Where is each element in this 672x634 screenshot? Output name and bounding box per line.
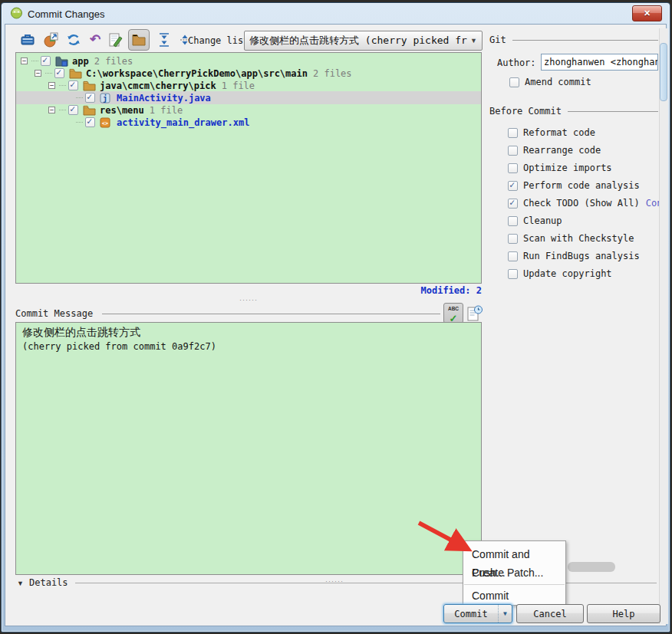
tree-label: res\menu <box>100 105 144 116</box>
commit-message-line2: (cherry picked from commit 0a9f2c7) <box>22 341 475 352</box>
tree-guide <box>31 61 38 61</box>
show-diff-icon[interactable] <box>20 32 35 48</box>
check-todo-checkbox[interactable]: ✓ <box>508 199 518 209</box>
optimize-imports-option[interactable]: ✓ Optimize imports <box>508 163 660 173</box>
tree-label: C:\workspace\CherryPickDemo\app\src\main <box>86 68 308 79</box>
tree-file-count: 2 files <box>313 68 352 79</box>
tree-file-count: 1 file <box>222 80 255 91</box>
checkbox-drawer-xml[interactable]: ✓ <box>85 117 95 127</box>
cancel-button[interactable]: Cancel <box>516 604 584 623</box>
checkbox-res-menu[interactable]: ✓ <box>68 105 78 115</box>
divider <box>512 40 658 41</box>
perform-code-analysis-option[interactable]: ✓ Perform code analysis <box>508 180 660 191</box>
findbugs-checkbox[interactable]: ✓ <box>508 251 518 261</box>
tree-row-res-menu[interactable]: − ✓ res\menu 1 file <box>16 103 481 117</box>
refresh-changes-icon[interactable] <box>66 32 81 48</box>
tree-row-main[interactable]: − ✓ C:\workspace\CherryPickDemo\app\src\… <box>16 67 481 80</box>
update-copyright-option[interactable]: ✓ Update copyright <box>508 268 660 279</box>
expander-icon[interactable]: − <box>48 82 55 89</box>
edit-source-icon[interactable] <box>107 32 123 48</box>
configure-todo-link[interactable]: Configur <box>646 198 660 209</box>
checkbox-app[interactable]: ✓ <box>41 56 51 66</box>
rearrange-code-option[interactable]: ✓ Rearrange code <box>508 145 660 156</box>
xml-file-icon: <> <box>100 117 113 128</box>
divider <box>102 314 440 314</box>
rearrange-code-checkbox[interactable]: ✓ <box>508 146 518 156</box>
android-studio-icon <box>10 6 23 19</box>
perform-code-analysis-checkbox[interactable]: ✓ <box>508 181 518 191</box>
message-history-icon[interactable] <box>466 304 483 323</box>
help-button[interactable]: Help <box>587 604 660 623</box>
window-title: Commit Changes <box>28 8 104 20</box>
splitter-handle[interactable]: ······ <box>325 577 344 585</box>
commit-dropdown-icon[interactable]: ▼ <box>498 605 512 623</box>
tree-guide <box>76 97 83 98</box>
tree-label: activity_main_drawer.xml <box>117 117 249 128</box>
tree-row-java-pkg[interactable]: − ✓ java\cmcm\cherry\pick 1 file <box>16 79 481 92</box>
author-label: Author: <box>497 57 536 68</box>
close-icon[interactable]: ✕ <box>632 5 662 21</box>
commit-message-section-header: Commit Message <box>15 308 93 319</box>
annotation-arrow <box>405 512 482 563</box>
commit-message-line1: 修改侧栏的点击跳转方式 <box>22 326 475 340</box>
checkstyle-checkbox[interactable]: ✓ <box>508 234 518 244</box>
check-todo-option[interactable]: ✓ Check TODO (Show All) Configur <box>508 198 660 209</box>
expand-all-icon[interactable] <box>156 32 172 48</box>
tree-guide <box>59 110 66 110</box>
tree-label: MainActivity.java <box>117 93 211 103</box>
module-folder-icon <box>55 56 68 67</box>
checkbox-main[interactable]: ✓ <box>54 68 64 78</box>
revert-icon[interactable]: ↶ <box>87 32 103 48</box>
folder-icon <box>69 68 82 79</box>
menu-item-commit[interactable]: Commit <box>463 586 565 605</box>
optimize-imports-checkbox[interactable]: ✓ <box>508 163 518 173</box>
author-field[interactable]: zhonghanwen <zhonghanwen@ <box>541 54 658 71</box>
splitter-handle[interactable]: ······ <box>239 296 258 304</box>
menu-item-create-patch[interactable]: Create Patch... <box>463 563 565 582</box>
tree-label: java\cmcm\cherry\pick <box>100 80 216 91</box>
change-list-value: 修改侧栏的点击跳转方式 (cherry picked from ... <box>249 34 467 48</box>
svg-text:j: j <box>103 94 107 103</box>
git-section-header: Git <box>489 34 658 45</box>
expander-icon[interactable]: − <box>48 107 55 113</box>
checkbox-java-pkg[interactable]: ✓ <box>68 80 78 90</box>
tree-file-count: 1 file <box>150 105 183 116</box>
cleanup-option[interactable]: ✓ Cleanup <box>508 215 660 226</box>
horizontal-scrollbar-thumb[interactable] <box>568 562 615 572</box>
tree-row-mainactivity[interactable]: ✓ j MainActivity.java <box>16 91 481 104</box>
tree-guide <box>76 122 83 123</box>
modified-count-status: Modified: 2 <box>361 285 482 296</box>
checkstyle-option[interactable]: ✓ Scan with Checkstyle <box>508 233 660 244</box>
scrollbar-track[interactable] <box>659 28 668 624</box>
changed-files-tree: − ✓ app 2 files − ✓ C <box>15 52 482 284</box>
details-section-header[interactable]: Details <box>29 577 68 588</box>
menu-separator <box>464 584 565 585</box>
reformat-code-checkbox[interactable]: ✓ <box>508 128 518 138</box>
cleanup-checkbox[interactable]: ✓ <box>508 216 518 226</box>
folder-icon <box>83 80 96 91</box>
move-to-another-changelist-icon[interactable] <box>43 32 58 48</box>
tree-row-app[interactable]: − ✓ app 2 files <box>16 54 481 67</box>
tree-file-count: 2 files <box>94 56 133 67</box>
update-copyright-checkbox[interactable]: ✓ <box>508 269 518 279</box>
details-expander-icon[interactable]: ▼ <box>17 580 24 587</box>
amend-commit-checkbox[interactable]: ✓ <box>509 77 519 87</box>
expander-icon[interactable]: − <box>35 70 41 77</box>
java-file-icon: j <box>100 93 113 103</box>
change-list-combo[interactable]: 修改侧栏的点击跳转方式 (cherry picked from ... ▼ <box>244 31 483 51</box>
spellcheck-icon[interactable]: ABC ✓ <box>443 303 463 324</box>
scrollbar-thumb[interactable] <box>660 43 667 101</box>
reformat-code-option[interactable]: ✓ Reformat code <box>508 127 660 138</box>
tree-guide <box>45 73 52 74</box>
checkbox-mainactivity[interactable]: ✓ <box>85 93 95 103</box>
amend-commit-option[interactable]: ✓ Amend commit <box>509 77 661 87</box>
commit-button[interactable]: Commit ▼ <box>443 604 512 623</box>
tree-row-drawer-xml[interactable]: ✓ <> activity_main_drawer.xml <box>16 116 481 129</box>
chevron-down-icon: ▼ <box>470 37 477 44</box>
tree-guide <box>59 85 66 86</box>
expander-icon[interactable]: − <box>21 57 28 64</box>
findbugs-option[interactable]: ✓ Run FindBugs analysis <box>508 251 660 261</box>
group-by-directory-icon[interactable] <box>128 29 150 51</box>
tree-label: app <box>72 56 89 67</box>
svg-text:<>: <> <box>102 120 108 126</box>
